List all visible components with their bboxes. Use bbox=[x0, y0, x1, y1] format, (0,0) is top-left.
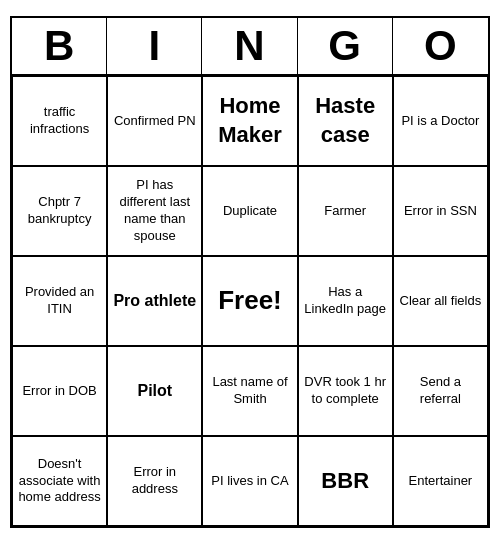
bingo-header: BINGO bbox=[12, 18, 488, 76]
bingo-cell-10[interactable]: Provided an ITIN bbox=[12, 256, 107, 346]
bingo-letter-g: G bbox=[298, 18, 393, 74]
bingo-cell-21[interactable]: Error in address bbox=[107, 436, 202, 526]
bingo-cell-16[interactable]: Pilot bbox=[107, 346, 202, 436]
bingo-cell-8[interactable]: Farmer bbox=[298, 166, 393, 256]
bingo-cell-0[interactable]: traffic infractions bbox=[12, 76, 107, 166]
bingo-cell-12[interactable]: Free! bbox=[202, 256, 297, 346]
bingo-letter-o: O bbox=[393, 18, 488, 74]
bingo-grid: traffic infractionsConfirmed PNHome Make… bbox=[12, 76, 488, 526]
bingo-letter-n: N bbox=[202, 18, 297, 74]
bingo-cell-2[interactable]: Home Maker bbox=[202, 76, 297, 166]
bingo-cell-7[interactable]: Duplicate bbox=[202, 166, 297, 256]
bingo-letter-b: B bbox=[12, 18, 107, 74]
bingo-cell-20[interactable]: Doesn't associate with home address bbox=[12, 436, 107, 526]
bingo-cell-22[interactable]: PI lives in CA bbox=[202, 436, 297, 526]
bingo-cell-11[interactable]: Pro athlete bbox=[107, 256, 202, 346]
bingo-cell-3[interactable]: Haste case bbox=[298, 76, 393, 166]
bingo-cell-18[interactable]: DVR took 1 hr to complete bbox=[298, 346, 393, 436]
bingo-cell-1[interactable]: Confirmed PN bbox=[107, 76, 202, 166]
bingo-cell-9[interactable]: Error in SSN bbox=[393, 166, 488, 256]
bingo-cell-14[interactable]: Clear all fields bbox=[393, 256, 488, 346]
bingo-cell-6[interactable]: PI has different last name than spouse bbox=[107, 166, 202, 256]
bingo-cell-15[interactable]: Error in DOB bbox=[12, 346, 107, 436]
bingo-cell-5[interactable]: Chptr 7 bankruptcy bbox=[12, 166, 107, 256]
bingo-cell-24[interactable]: Entertainer bbox=[393, 436, 488, 526]
bingo-cell-17[interactable]: Last name of Smith bbox=[202, 346, 297, 436]
bingo-cell-19[interactable]: Send a referral bbox=[393, 346, 488, 436]
bingo-cell-4[interactable]: PI is a Doctor bbox=[393, 76, 488, 166]
bingo-cell-23[interactable]: BBR bbox=[298, 436, 393, 526]
bingo-card: BINGO traffic infractionsConfirmed PNHom… bbox=[10, 16, 490, 528]
bingo-letter-i: I bbox=[107, 18, 202, 74]
bingo-cell-13[interactable]: Has a LinkedIn page bbox=[298, 256, 393, 346]
